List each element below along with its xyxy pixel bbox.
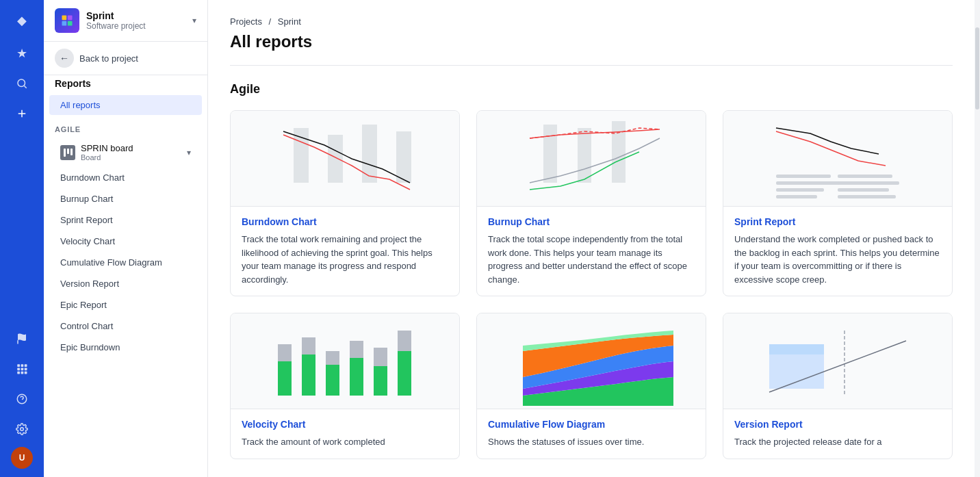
card-velocity-desc: Track the amount of work completed	[242, 435, 448, 449]
sidebar-item-epic-report[interactable]: Epic Report	[49, 295, 202, 315]
svg-rect-22	[67, 149, 69, 154]
card-sprint-preview	[723, 111, 952, 207]
svg-point-0	[18, 79, 25, 87]
search-icon[interactable]	[10, 71, 34, 96]
avatar[interactable]: U	[11, 447, 33, 469]
sidebar-item-cfd[interactable]: Cumulative Flow Diagram	[49, 253, 202, 272]
icon-rail: ◆ ★ U	[0, 0, 44, 477]
back-to-project[interactable]: ← Back to project	[44, 42, 207, 75]
sidebar-item-sprint-report[interactable]: Sprint Report	[49, 210, 202, 230]
svg-rect-36	[838, 188, 889, 192]
breadcrumb-current[interactable]: Sprint	[278, 16, 301, 27]
sidebar-item-burndown[interactable]: Burndown Chart	[49, 168, 202, 188]
board-chevron-icon: ▾	[187, 148, 191, 157]
starred-icon[interactable]: ★	[10, 41, 34, 66]
card-version[interactable]: Version Report Track the projected relea…	[723, 313, 953, 459]
card-velocity-preview	[231, 313, 459, 409]
sidebar-item-version[interactable]: Version Report	[49, 274, 202, 294]
svg-rect-23	[70, 149, 73, 155]
card-cfd-body: Cumulative Flow Diagram Shows the status…	[477, 409, 706, 459]
card-velocity-title: Velocity Chart	[242, 419, 448, 430]
card-version-desc: Track the projected release date for a	[734, 435, 941, 449]
board-icon	[60, 145, 75, 160]
reports-heading: Reports	[44, 75, 207, 94]
apps-icon[interactable]	[10, 357, 34, 381]
card-velocity-body: Velocity Chart Track the amount of work …	[231, 409, 459, 459]
project-name: Sprint	[86, 10, 185, 21]
card-burndown-body: Burndown Chart Track the total work rema…	[231, 207, 459, 296]
svg-rect-20	[68, 21, 73, 26]
svg-rect-5	[17, 364, 20, 367]
sidebar-item-all-reports[interactable]: All reports	[49, 95, 202, 115]
project-info: Sprint Software project	[86, 10, 185, 31]
settings-icon[interactable]	[10, 417, 34, 441]
card-sprint-desc: Understand the work completed or pushed …	[734, 233, 941, 286]
main-content: Projects / Sprint All reports Agile	[208, 0, 975, 477]
svg-rect-25	[328, 135, 343, 183]
card-burndown-preview	[231, 111, 459, 207]
svg-rect-9	[21, 368, 24, 371]
card-burndown-desc: Track the total work remaining and proje…	[242, 233, 448, 286]
card-cfd-title: Cumulative Flow Diagram	[488, 419, 695, 430]
project-header[interactable]: Sprint Software project ▾	[44, 0, 207, 42]
card-cfd-preview	[477, 313, 706, 409]
sidebar-item-control-chart[interactable]: Control Chart	[49, 316, 202, 336]
back-arrow-icon: ←	[55, 49, 74, 68]
svg-rect-34	[838, 175, 892, 178]
svg-rect-17	[62, 16, 67, 21]
svg-rect-7	[25, 364, 27, 367]
svg-point-16	[21, 428, 24, 431]
card-sprint-body: Sprint Report Understand the work comple…	[723, 207, 952, 296]
svg-rect-48	[350, 358, 363, 396]
card-burnup-body: Burnup Chart Track the total scope indep…	[477, 207, 706, 296]
section-divider	[230, 65, 953, 66]
create-icon[interactable]	[10, 101, 34, 126]
agile-section-label: AGILE	[44, 116, 207, 138]
svg-line-1	[24, 86, 26, 88]
flag-icon[interactable]	[10, 326, 34, 351]
breadcrumb-sep: /	[269, 16, 272, 27]
svg-rect-37	[776, 195, 817, 198]
svg-rect-46	[302, 354, 315, 396]
scrollbar[interactable]	[975, 0, 980, 477]
svg-rect-18	[68, 16, 73, 21]
breadcrumb: Projects / Sprint	[230, 16, 953, 27]
breadcrumb-projects[interactable]: Projects	[230, 16, 262, 27]
card-version-body: Version Report Track the projected relea…	[723, 409, 952, 459]
svg-rect-8	[17, 368, 20, 371]
page-title: All reports	[230, 32, 953, 51]
card-burnup-title: Burnup Chart	[488, 216, 695, 227]
back-label: Back to project	[79, 53, 138, 64]
card-cfd[interactable]: Cumulative Flow Diagram Shows the status…	[476, 313, 706, 459]
card-sprint[interactable]: Sprint Report Understand the work comple…	[723, 110, 953, 296]
board-info: SPRIN board Board	[81, 143, 181, 162]
board-name: SPRIN board	[81, 143, 181, 153]
sidebar-board[interactable]: SPRIN board Board ▾	[49, 138, 202, 166]
svg-rect-49	[374, 366, 387, 396]
sidebar-item-epic-burndown[interactable]: Epic Burndown	[49, 337, 202, 357]
svg-rect-38	[838, 195, 896, 198]
svg-rect-26	[362, 125, 377, 183]
card-version-preview	[723, 313, 952, 409]
svg-rect-27	[396, 131, 411, 183]
svg-rect-47	[326, 365, 339, 396]
project-icon	[55, 8, 79, 33]
svg-rect-30	[612, 121, 626, 183]
svg-rect-45	[278, 361, 292, 396]
svg-rect-52	[769, 344, 824, 354]
card-burnup-desc: Track the total scope independently from…	[488, 233, 695, 286]
card-sprint-title: Sprint Report	[734, 216, 941, 227]
reports-grid: Burndown Chart Track the total work rema…	[230, 110, 953, 459]
sidebar-item-burnup[interactable]: Burnup Chart	[49, 189, 202, 209]
home-icon[interactable]: ◆	[10, 8, 34, 33]
card-burnup[interactable]: Burnup Chart Track the total scope indep…	[476, 110, 706, 296]
help-icon[interactable]	[10, 387, 34, 411]
card-velocity[interactable]: Velocity Chart Track the amount of work …	[230, 313, 460, 459]
svg-rect-11	[17, 372, 20, 374]
card-burndown[interactable]: Burndown Chart Track the total work rema…	[230, 110, 460, 296]
sidebar-item-velocity[interactable]: Velocity Chart	[49, 231, 202, 251]
svg-rect-50	[398, 351, 411, 396]
svg-rect-33	[776, 188, 824, 192]
board-type: Board	[81, 153, 181, 162]
chevron-down-icon: ▾	[192, 16, 196, 25]
